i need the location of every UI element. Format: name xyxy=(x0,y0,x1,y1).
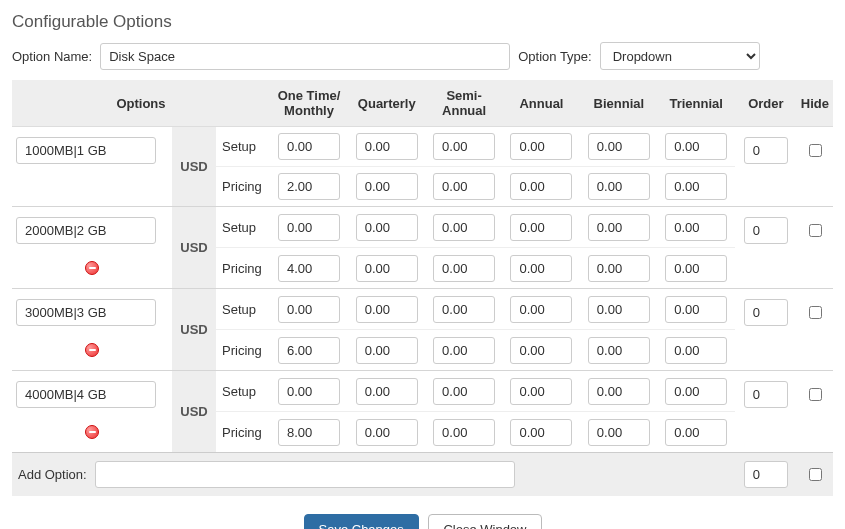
setup-price-input[interactable] xyxy=(588,378,650,405)
pricing-price-input[interactable] xyxy=(356,337,418,364)
pricing-price-input[interactable] xyxy=(510,255,572,282)
footer-buttons: Save Changes Close Window xyxy=(12,514,833,529)
col-quarterly: Quarterly xyxy=(348,80,425,127)
option-name-cell xyxy=(12,371,172,453)
pricing-price-input[interactable] xyxy=(588,255,650,282)
pricing-price-input[interactable] xyxy=(278,419,340,446)
setup-price-input[interactable] xyxy=(665,378,727,405)
pricing-price-input[interactable] xyxy=(510,419,572,446)
col-annual: Annual xyxy=(503,80,580,127)
pricing-label: Pricing xyxy=(216,412,270,453)
pricing-price-input[interactable] xyxy=(356,255,418,282)
setup-price-input[interactable] xyxy=(510,133,572,160)
close-button[interactable]: Close Window xyxy=(428,514,541,529)
pricing-price-input[interactable] xyxy=(588,419,650,446)
remove-option-icon[interactable] xyxy=(85,261,99,275)
order-input[interactable] xyxy=(744,137,788,164)
option-row-name-input[interactable] xyxy=(16,381,156,408)
pricing-label: Pricing xyxy=(216,167,270,207)
setup-price-input[interactable] xyxy=(665,296,727,323)
pricing-price-input[interactable] xyxy=(665,419,727,446)
option-name-label: Option Name: xyxy=(12,49,92,64)
add-order-input[interactable] xyxy=(744,461,788,488)
pricing-label: Pricing xyxy=(216,330,270,371)
pricing-price-input[interactable] xyxy=(588,337,650,364)
setup-label: Setup xyxy=(216,371,270,412)
pricing-price-input[interactable] xyxy=(433,255,495,282)
setup-price-input[interactable] xyxy=(356,133,418,160)
hide-checkbox[interactable] xyxy=(809,388,822,401)
setup-price-input[interactable] xyxy=(588,296,650,323)
setup-price-input[interactable] xyxy=(433,214,495,241)
setup-price-input[interactable] xyxy=(433,296,495,323)
setup-price-input[interactable] xyxy=(510,296,572,323)
setup-label: Setup xyxy=(216,207,270,248)
col-order: Order xyxy=(735,80,797,127)
col-monthly: One Time/ Monthly xyxy=(270,80,348,127)
pricing-price-input[interactable] xyxy=(278,337,340,364)
page-title: Configurable Options xyxy=(12,12,833,32)
setup-price-input[interactable] xyxy=(356,214,418,241)
setup-price-input[interactable] xyxy=(433,378,495,405)
currency-label: USD xyxy=(172,371,216,453)
hide-checkbox[interactable] xyxy=(809,224,822,237)
pricing-price-input[interactable] xyxy=(665,173,727,200)
option-row-name-input[interactable] xyxy=(16,217,156,244)
hide-checkbox[interactable] xyxy=(809,306,822,319)
pricing-price-input[interactable] xyxy=(278,255,340,282)
remove-option-icon[interactable] xyxy=(85,343,99,357)
setup-price-input[interactable] xyxy=(588,133,650,160)
setup-price-input[interactable] xyxy=(278,378,340,405)
pricing-price-input[interactable] xyxy=(665,337,727,364)
pricing-price-input[interactable] xyxy=(278,173,340,200)
currency-label: USD xyxy=(172,289,216,371)
pricing-price-input[interactable] xyxy=(433,337,495,364)
hide-checkbox[interactable] xyxy=(809,144,822,157)
add-option-input[interactable] xyxy=(95,461,515,488)
setup-price-input[interactable] xyxy=(510,378,572,405)
option-name-cell xyxy=(12,207,172,289)
setup-price-input[interactable] xyxy=(588,214,650,241)
setup-price-input[interactable] xyxy=(356,378,418,405)
option-name-input[interactable] xyxy=(100,43,510,70)
remove-option-icon[interactable] xyxy=(85,425,99,439)
setup-price-input[interactable] xyxy=(433,133,495,160)
option-row-name-input[interactable] xyxy=(16,137,156,164)
order-input[interactable] xyxy=(744,381,788,408)
option-type-select[interactable]: Dropdown xyxy=(600,42,760,70)
save-button[interactable]: Save Changes xyxy=(304,514,419,529)
pricing-price-input[interactable] xyxy=(356,419,418,446)
option-type-label: Option Type: xyxy=(518,49,591,64)
order-input[interactable] xyxy=(744,299,788,326)
setup-price-input[interactable] xyxy=(356,296,418,323)
pricing-price-input[interactable] xyxy=(510,337,572,364)
currency-label: USD xyxy=(172,127,216,207)
order-input[interactable] xyxy=(744,217,788,244)
setup-price-input[interactable] xyxy=(510,214,572,241)
setup-price-input[interactable] xyxy=(665,133,727,160)
col-options: Options xyxy=(12,80,270,127)
pricing-price-input[interactable] xyxy=(433,419,495,446)
pricing-price-input[interactable] xyxy=(665,255,727,282)
pricing-price-input[interactable] xyxy=(356,173,418,200)
pricing-price-input[interactable] xyxy=(510,173,572,200)
setup-price-input[interactable] xyxy=(278,296,340,323)
top-row: Option Name: Option Type: Dropdown xyxy=(12,42,833,70)
col-hide: Hide xyxy=(797,80,833,127)
setup-price-input[interactable] xyxy=(278,133,340,160)
pricing-price-input[interactable] xyxy=(433,173,495,200)
col-triennial: Triennial xyxy=(658,80,735,127)
currency-label: USD xyxy=(172,207,216,289)
options-table: Options One Time/ Monthly Quarterly Semi… xyxy=(12,80,833,496)
setup-label: Setup xyxy=(216,289,270,330)
pricing-price-input[interactable] xyxy=(588,173,650,200)
setup-price-input[interactable] xyxy=(665,214,727,241)
setup-label: Setup xyxy=(216,127,270,167)
col-biennial: Biennial xyxy=(580,80,657,127)
pricing-label: Pricing xyxy=(216,248,270,289)
option-name-cell xyxy=(12,127,172,207)
option-row-name-input[interactable] xyxy=(16,299,156,326)
setup-price-input[interactable] xyxy=(278,214,340,241)
add-hide-checkbox[interactable] xyxy=(809,468,822,481)
add-option-label: Add Option: xyxy=(18,467,87,482)
